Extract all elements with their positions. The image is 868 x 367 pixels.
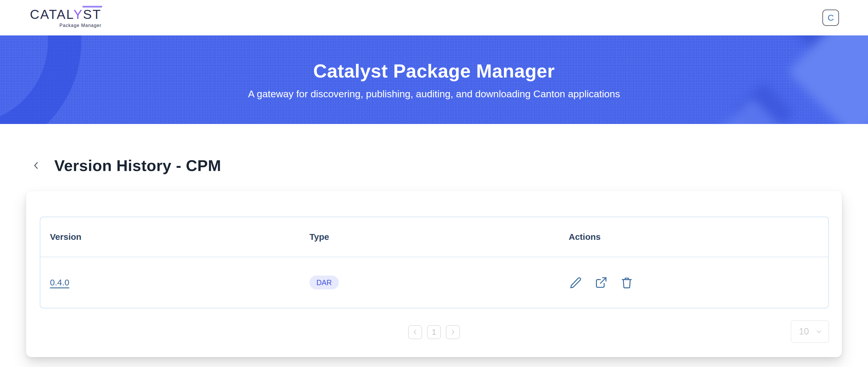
logo-text-catal: CATAL <box>30 7 73 22</box>
back-button[interactable] <box>30 159 43 172</box>
chevron-down-icon <box>815 328 823 335</box>
avatar-initial: C <box>828 13 834 23</box>
pencil-icon <box>569 276 582 289</box>
hero-title: Catalyst Package Manager <box>313 60 555 82</box>
version-cell: 0.4.0 <box>40 278 300 287</box>
trash-icon <box>620 276 633 289</box>
logo-text-y: Y <box>73 7 83 22</box>
page-header: Version History - CPM <box>30 156 868 175</box>
table-header-row: Version Type Actions <box>40 217 828 257</box>
hero-subtitle: A gateway for discovering, publishing, a… <box>248 88 620 100</box>
external-link-icon <box>595 276 608 289</box>
versions-table: Version Type Actions 0.4.0 DAR <box>40 217 829 308</box>
catalyst-logo[interactable]: CATALYST Package Manager <box>30 7 102 28</box>
row-actions <box>569 276 634 289</box>
column-header-actions: Actions <box>559 232 828 242</box>
top-navbar: CATALYST Package Manager C <box>0 0 868 35</box>
version-link[interactable]: 0.4.0 <box>50 278 69 287</box>
table-row: 0.4.0 DAR <box>40 257 828 308</box>
column-header-type: Type <box>300 232 559 242</box>
prev-page-button[interactable] <box>408 325 422 339</box>
next-page-button[interactable] <box>446 325 460 339</box>
type-cell: DAR <box>300 276 559 289</box>
delete-button[interactable] <box>620 276 634 289</box>
column-header-version: Version <box>40 232 300 242</box>
actions-cell <box>559 276 828 289</box>
logo-subtitle: Package Manager <box>60 23 102 28</box>
chevron-left-icon <box>412 329 418 335</box>
logo-text-st: ST <box>83 7 102 22</box>
open-external-button[interactable] <box>594 276 608 289</box>
page-number-button[interactable]: 1 <box>427 325 441 339</box>
hero-banner: Catalyst Package Manager A gateway for d… <box>0 35 868 124</box>
chevron-right-icon <box>450 329 456 335</box>
page-size-select[interactable]: 10 <box>791 320 829 343</box>
chevron-left-icon <box>31 160 41 171</box>
type-badge: DAR <box>309 276 339 289</box>
version-history-card: Version Type Actions 0.4.0 DAR <box>26 191 842 357</box>
page-title: Version History - CPM <box>54 156 221 175</box>
page-size-value: 10 <box>799 326 809 337</box>
logo-wordmark: CATALYST <box>30 7 102 22</box>
pagination: 1 <box>26 325 842 339</box>
user-avatar-button[interactable]: C <box>823 9 839 26</box>
edit-button[interactable] <box>569 276 583 289</box>
